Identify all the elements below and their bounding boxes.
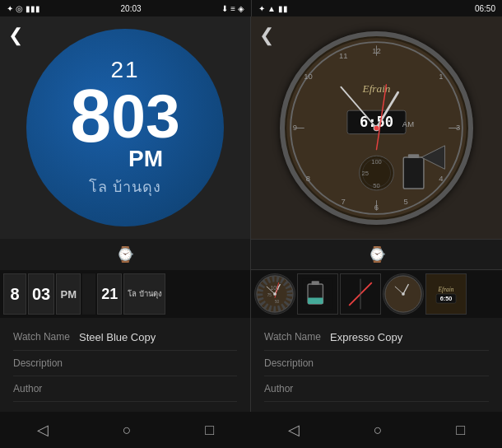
svg-point-42	[273, 292, 277, 296]
svg-text:6:50: 6:50	[440, 295, 453, 302]
svg-text:8: 8	[306, 173, 310, 182]
status-bar-right: ✦ ▲ ▮▮ 06:50	[251, 0, 502, 16]
home-button-left[interactable]: ○	[106, 415, 148, 446]
svg-text:4: 4	[439, 173, 443, 182]
time-right: 06:50	[475, 4, 495, 13]
back-button-right[interactable]: ◁	[272, 414, 316, 446]
svg-text:100: 100	[371, 157, 382, 165]
preview-period: PM	[56, 273, 81, 315]
right-author-label: Author	[264, 383, 330, 394]
left-watch-name-label: Watch Name	[13, 331, 79, 343]
left-author-row: Author	[13, 376, 237, 402]
watch-icon-bar-left: ⌚	[0, 239, 250, 270]
right-info-section: Watch Name Expresso Copy Description Aut…	[251, 318, 502, 412]
headphone-icon: ◎	[16, 4, 23, 13]
svg-text:3: 3	[456, 122, 460, 131]
left-watch-name-row: Watch Name Steel Blue Copy	[13, 324, 237, 351]
preview-minute: 03	[28, 273, 54, 315]
right-description-label: Description	[264, 357, 330, 369]
watch-hour: 8	[70, 79, 111, 153]
bluetooth-icon-right: ✦	[258, 4, 265, 13]
preview-mini-1: 100 75 50	[254, 273, 295, 315]
right-panel: ❮ 12 1 3 4 5 6 7	[251, 16, 502, 448]
right-icons-left-bar: ⬇ ≡ ◈	[221, 4, 244, 13]
bottom-nav-right: ◁ ○ □	[251, 412, 502, 448]
preview-mini-3	[340, 273, 381, 315]
left-status-icons: ✦ ◎ ▮▮▮	[7, 4, 40, 13]
right-watch-name-value: Expresso Copy	[330, 331, 489, 343]
left-description-row: Description	[13, 351, 237, 376]
watch-face-icon-left: ⌚	[116, 245, 134, 264]
main-container: ❮ 21 8 03 PM โล บ้านดุง ⌚ 8 03 PM	[0, 16, 502, 448]
svg-text:50: 50	[275, 300, 280, 304]
right-author-row: Author	[264, 376, 489, 402]
svg-text:5: 5	[403, 197, 407, 206]
watch-minute: 03	[111, 86, 179, 147]
bluetooth-icon-left: ✦	[7, 4, 13, 13]
svg-text:25: 25	[362, 169, 369, 176]
svg-rect-45	[312, 281, 319, 285]
svg-point-33	[374, 125, 379, 130]
battery-right: ▮▮	[278, 4, 288, 13]
recent-button-right[interactable]: □	[439, 415, 481, 446]
watch-icon-bar-right: ⌚	[251, 239, 502, 270]
svg-text:50: 50	[373, 182, 379, 189]
left-watch-name-value: Steel Blue Copy	[79, 331, 237, 343]
download-icon: ⬇	[221, 4, 228, 13]
svg-rect-27	[408, 154, 419, 158]
settings-icon: ≡	[230, 4, 235, 13]
right-watch-name-label: Watch Name	[264, 331, 330, 343]
svg-text:11: 11	[339, 50, 348, 59]
wifi-icon-left: ◈	[238, 4, 244, 13]
preview-mini-5: Efrain 6:50	[425, 273, 467, 315]
back-button-left[interactable]: ◁	[21, 414, 65, 446]
preview-hour: 8	[3, 273, 26, 315]
preview-day: 21	[97, 273, 122, 315]
left-description-label: Description	[13, 357, 79, 369]
watch-period: PM	[111, 147, 179, 170]
right-watch-face-container: ❮ 12 1 3 4 5 6 7	[251, 16, 502, 239]
home-button-right[interactable]: ○	[357, 415, 399, 446]
left-back-chevron[interactable]: ❮	[8, 25, 23, 46]
watch-face-icon-right: ⌚	[368, 245, 386, 264]
preview-strip-left: 8 03 PM 21 โล บ้านดุง	[0, 270, 250, 318]
preview-strip-right: 100 75 50	[251, 270, 502, 318]
svg-text:7: 7	[342, 197, 346, 206]
svg-text:1: 1	[439, 72, 443, 81]
analog-watch: 12 1 3 4 5 6 7 8 9 10 11	[280, 31, 473, 225]
watch-min-pm: 03 PM	[111, 79, 179, 170]
right-status-left-icons: ✦ ▲ ▮▮	[258, 4, 288, 13]
bottom-nav-left: ◁ ○ □	[0, 412, 251, 448]
status-bar-left: ✦ ◎ ▮▮▮ 20:03 ⬇ ≡ ◈	[0, 0, 251, 16]
recent-button-left[interactable]: □	[188, 415, 230, 446]
right-watch-name-row: Watch Name Expresso Copy	[264, 324, 489, 351]
time-left: 20:03	[121, 4, 142, 13]
signal-icon: ▲	[267, 4, 276, 13]
left-watch-circle: 21 8 03 PM โล บ้านดุง	[26, 29, 224, 226]
left-author-label: Author	[13, 383, 79, 394]
battery-left: ▮▮▮	[26, 4, 40, 13]
right-back-chevron[interactable]: ❮	[259, 25, 274, 46]
svg-rect-46	[308, 298, 323, 304]
svg-text:75: 75	[267, 293, 272, 297]
svg-point-53	[402, 292, 405, 296]
left-panel: ❮ 21 8 03 PM โล บ้านดุง ⌚ 8 03 PM	[0, 16, 251, 448]
svg-text:AM: AM	[402, 119, 414, 128]
svg-text:10: 10	[304, 72, 313, 81]
preview-day-empty	[82, 273, 95, 315]
svg-text:Efrain: Efrain	[438, 286, 454, 293]
preview-mini-4	[383, 273, 424, 315]
preview-mini-2	[297, 273, 338, 315]
preview-thai: โล บ้านดุง	[123, 273, 165, 315]
svg-rect-26	[403, 157, 424, 189]
watch-thai: โล บ้านดุง	[89, 175, 161, 198]
left-watch-face-container: ❮ 21 8 03 PM โล บ้านดุง	[0, 16, 250, 239]
right-description-row: Description	[264, 351, 489, 376]
svg-text:9: 9	[293, 122, 297, 131]
watch-time-large: 8 03 PM	[70, 79, 180, 170]
